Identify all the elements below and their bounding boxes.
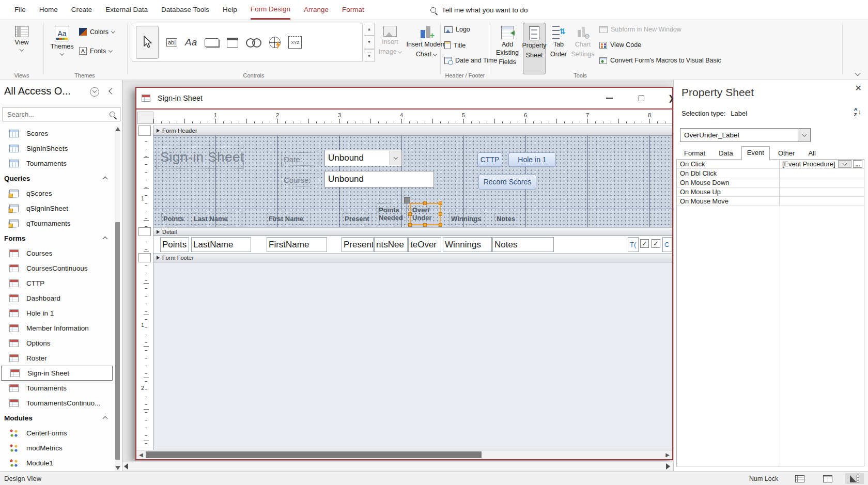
object-selector-combobox[interactable]: OverUnder_Label: [680, 128, 811, 142]
sort-az-icon[interactable]: AZ ↓: [854, 107, 861, 117]
scrollbar-thumb[interactable]: [115, 222, 120, 460]
combo-dropdown-button[interactable]: [390, 151, 401, 165]
detail-field-control[interactable]: Winnings: [443, 237, 492, 252]
section-selector-box[interactable]: [138, 227, 151, 236]
scrollbar-thumb[interactable]: [146, 451, 482, 458]
ribbon-tab[interactable]: File: [14, 0, 26, 20]
form-horizontal-scrollbar[interactable]: ◀ ▶: [136, 450, 672, 459]
resize-handle[interactable]: [439, 201, 442, 205]
property-name-cell[interactable]: On Click: [677, 160, 780, 168]
ribbon-tab[interactable]: External Data: [105, 0, 148, 20]
ribbon-tab[interactable]: Home: [39, 0, 58, 20]
property-name-cell[interactable]: On Mouse Down: [677, 178, 780, 187]
cttp-button-control[interactable]: CTTP: [477, 152, 502, 167]
vertical-ruler[interactable]: 112: [137, 126, 153, 450]
ribbon-tab[interactable]: Format: [342, 0, 364, 20]
shutter-close-icon[interactable]: [109, 88, 115, 95]
nav-item[interactable]: Modules: [0, 411, 114, 426]
course-textbox-control[interactable]: Unbound: [324, 171, 434, 187]
hole-in-1-button-control[interactable]: Hole in 1: [508, 152, 556, 167]
view-button[interactable]: View: [7, 23, 36, 74]
column-header-label-control[interactable]: Over/ Under: [410, 203, 441, 225]
view-code-button[interactable]: View Code: [599, 41, 641, 49]
ribbon-tab[interactable]: Create: [71, 0, 92, 20]
builder-button[interactable]: ...: [853, 160, 862, 168]
resize-handle[interactable]: [408, 212, 412, 216]
detail-field-control[interactable]: T(: [628, 237, 639, 252]
gallery-more-button[interactable]: ▼: [364, 49, 375, 62]
detail-field-control[interactable]: FirstName: [267, 237, 327, 252]
form-footer-section-bar[interactable]: Form Footer: [153, 253, 672, 262]
date-label-control[interactable]: Date:: [281, 152, 319, 166]
form-footer-section[interactable]: [153, 262, 672, 450]
nav-item[interactable]: TournamentsContinuo...: [0, 396, 114, 411]
detail-field-control[interactable]: teOver: [408, 237, 441, 252]
nav-item[interactable]: Tournaments: [0, 381, 114, 396]
title-button[interactable]: Title: [444, 41, 466, 49]
property-tab[interactable]: Format: [679, 147, 710, 160]
property-tab[interactable]: Data: [714, 147, 738, 160]
column-header-label-control[interactable]: Last Name: [192, 213, 245, 225]
horizontal-ruler[interactable]: 12345678: [153, 111, 672, 124]
property-value-cell[interactable]: [Event Procedure]: [780, 160, 838, 168]
property-tab[interactable]: Other: [773, 147, 800, 160]
nav-item[interactable]: modMetrics: [0, 441, 114, 456]
nav-item[interactable]: Hole in 1: [0, 306, 114, 321]
column-header-label-control[interactable]: Notes: [494, 213, 517, 225]
collapse-section-icon[interactable]: [103, 237, 108, 242]
gallery-scroll-up[interactable]: ▲: [364, 23, 375, 36]
nav-item[interactable]: Roster: [0, 351, 114, 366]
nav-search-input[interactable]: [3, 111, 110, 118]
colors-button[interactable]: Colors: [79, 28, 115, 36]
tab-control-tool[interactable]: [227, 38, 238, 48]
detail-field-control[interactable]: Points: [160, 237, 189, 252]
property-name-cell[interactable]: On Mouse Move: [677, 197, 780, 206]
form-title-label-control[interactable]: Sign-in Sheet: [156, 146, 244, 169]
scroll-left-arrow[interactable]: ◀: [139, 452, 143, 458]
detail-field-control[interactable]: [652, 239, 660, 248]
collapse-section-icon[interactable]: [103, 416, 108, 421]
date-combobox-control[interactable]: Unbound: [324, 150, 402, 166]
insert-modern-chart-button[interactable]: + Insert Modern Chart: [404, 23, 448, 74]
form-header-section-bar[interactable]: Form Header: [153, 126, 672, 136]
design-view-button[interactable]: [845, 473, 864, 484]
detail-field-control[interactable]: LastName: [191, 237, 251, 252]
property-sheet-button[interactable]: Property Sheet: [523, 23, 546, 74]
nav-item[interactable]: Dashboard: [0, 291, 114, 306]
link-control-tool[interactable]: [246, 38, 261, 46]
property-tab[interactable]: Event: [741, 146, 770, 160]
detail-field-control[interactable]: C: [662, 237, 672, 252]
nav-item[interactable]: Courses: [0, 246, 114, 261]
nav-item[interactable]: SignInSheets: [0, 141, 114, 156]
resize-handle[interactable]: [423, 223, 427, 227]
date-time-button[interactable]: Date and Time: [444, 57, 497, 64]
nav-item[interactable]: CoursesContinuous: [0, 261, 114, 276]
nav-scrollbar[interactable]: [115, 126, 120, 471]
fonts-button[interactable]: A Fonts: [79, 47, 112, 55]
column-header-label-control[interactable]: Present: [343, 213, 371, 225]
section-selector-box[interactable]: [138, 126, 151, 136]
property-tab[interactable]: All: [803, 147, 820, 160]
detail-field-control[interactable]: Present: [342, 237, 374, 252]
combo-dropdown-button[interactable]: [798, 129, 810, 142]
nav-item[interactable]: Sign-in Sheet: [1, 366, 113, 381]
detail-field-control[interactable]: [640, 239, 649, 248]
ribbon-tab[interactable]: Form Design: [251, 0, 290, 20]
scroll-right-arrow[interactable]: [666, 463, 670, 470]
course-label-control[interactable]: Course:: [281, 173, 319, 186]
tab-order-button[interactable]: Tab Order: [548, 23, 569, 74]
column-header-label-control[interactable]: First Name: [267, 213, 311, 225]
close-icon[interactable]: ✕: [855, 83, 862, 93]
nav-item[interactable]: qScores: [0, 186, 114, 201]
ribbon-tab[interactable]: Database Tools: [161, 0, 209, 20]
nav-item[interactable]: qTournaments: [0, 216, 114, 231]
form-view-button[interactable]: [791, 473, 809, 484]
minimize-button[interactable]: [600, 88, 618, 108]
nav-item[interactable]: Tournaments: [0, 156, 114, 171]
nav-item[interactable]: Options: [0, 336, 114, 351]
tell-me-search[interactable]: Tell me what you want to do: [430, 0, 528, 20]
collapse-section-icon[interactable]: [103, 177, 108, 182]
move-handle[interactable]: [404, 197, 410, 204]
column-header-label-control[interactable]: Points: [161, 213, 189, 225]
scroll-up-arrow[interactable]: [115, 127, 120, 131]
